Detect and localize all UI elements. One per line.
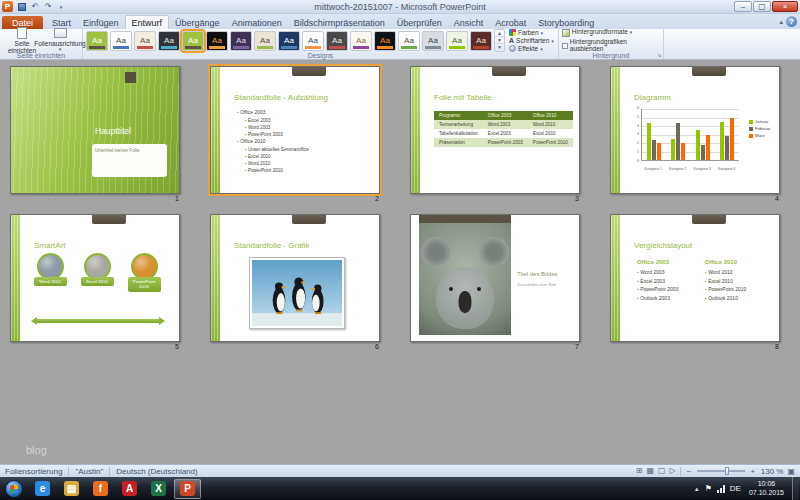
theme-thumbnail[interactable]: Aa <box>422 31 444 51</box>
windows-explorer-icon[interactable]: ▤ <box>58 479 85 499</box>
tab-start[interactable]: Start <box>46 16 77 29</box>
tab-animationen[interactable]: Animationen <box>226 16 288 29</box>
zoom-in-icon[interactable]: + <box>749 467 757 476</box>
gallery-more-icon[interactable]: ▼ <box>495 44 504 51</box>
save-icon[interactable] <box>16 1 28 12</box>
redo-icon[interactable]: ↷ <box>42 1 54 12</box>
chart-bar <box>701 145 705 160</box>
theme-thumbnail[interactable]: Aa <box>374 31 396 51</box>
firefox-icon[interactable]: f <box>87 479 114 499</box>
adobe-reader-icon[interactable]: A <box>116 479 143 499</box>
slide-orientation-button[interactable]: Folienausrichtung ▾ <box>41 28 79 53</box>
tab-storyboarding[interactable]: Storyboarding <box>532 16 600 29</box>
comparison-column-left: Office 2003 Word 2003 Excel 2003 PowerPo… <box>637 259 678 302</box>
gallery-up-icon[interactable]: ▲ <box>495 30 504 37</box>
show-desktop-button[interactable] <box>792 477 799 500</box>
powerpoint-app-icon[interactable]: P <box>2 1 13 12</box>
tab-ueberpruefen[interactable]: Überprüfen <box>391 16 448 29</box>
slide-sorter-workspace: Haupttitel Untertitel meiner Folie 1 Sta… <box>0 60 800 464</box>
chart-bar <box>657 143 661 160</box>
tab-ansicht[interactable]: Ansicht <box>448 16 490 29</box>
theme-thumbnail[interactable]: Aa <box>278 31 300 51</box>
slide-chart: 6543210 Kategorie 1Kategorie 2Kategorie … <box>631 107 741 171</box>
theme-thumbnail[interactable]: Aa <box>86 31 108 51</box>
background-styles-button[interactable]: Hintergrundformate ▾ <box>562 29 660 37</box>
theme-thumbnail[interactable]: Aa <box>206 31 228 51</box>
language-indicator[interactable]: Deutsch (Deutschland) <box>116 467 197 476</box>
network-icon[interactable] <box>717 485 725 493</box>
slide-title: Folie mit Tabelle <box>434 93 492 102</box>
slideshow-view-icon[interactable]: ▷ <box>670 466 676 476</box>
theme-colors-button[interactable]: Farben ▾ <box>508 29 555 36</box>
close-button[interactable]: × <box>772 1 798 12</box>
theme-effects-button[interactable]: Effekte ▾ <box>508 45 555 52</box>
theme-thumbnail[interactable]: Aa <box>110 31 132 51</box>
theme-fonts-button[interactable]: A Schriftarten ▾ <box>508 37 555 44</box>
tab-einfuegen[interactable]: Einfügen <box>77 16 125 29</box>
start-button[interactable] <box>5 480 23 498</box>
gallery-down-icon[interactable]: ▼ <box>495 37 504 44</box>
smartart-arrow <box>31 317 165 325</box>
theme-edge-strip <box>211 215 220 341</box>
chart-bar <box>720 122 724 160</box>
theme-thumbnail[interactable]: Aa <box>134 31 156 51</box>
slide-thumbnail-6[interactable]: Standardfolie - Grafik <box>210 214 380 342</box>
slide-thumbnail-4[interactable]: Diagramm 6543210 Kategorie 1Kategorie 2K… <box>610 66 780 194</box>
undo-icon[interactable]: ↶ <box>29 1 41 12</box>
tab-uebergaenge[interactable]: Übergänge <box>169 16 226 29</box>
theme-thumbnail[interactable]: Aa <box>230 31 252 51</box>
excel-icon[interactable]: X <box>145 479 172 499</box>
fonts-icon: A <box>509 37 514 44</box>
theme-thumbnail[interactable]: Aa <box>446 31 468 51</box>
taskbar-clock[interactable]: 10:06 07.10.2015 <box>746 480 787 497</box>
zoom-slider[interactable] <box>697 470 745 472</box>
theme-thumbnail[interactable]: Aa <box>326 31 348 51</box>
slide-thumbnail-7[interactable]: Titel des Bildes Zusatzinfos zum Bild <box>410 214 580 342</box>
zoom-slider-thumb[interactable] <box>725 467 729 475</box>
hidden-icons-icon[interactable]: ▲ <box>694 486 700 492</box>
slide-title: Diagramm <box>634 93 671 102</box>
window-title: mittwoch-20151007 - Microsoft PowerPoint <box>0 2 800 12</box>
slide-thumbnail-1[interactable]: Haupttitel Untertitel meiner Folie <box>10 66 180 194</box>
accent-square <box>125 72 136 83</box>
theme-thumbnail[interactable]: Aa <box>254 31 276 51</box>
slide-thumbnail-8[interactable]: Vergleichslayout Office 2003 Word 2003 E… <box>610 214 780 342</box>
slide-thumbnail-3[interactable]: Folie mit Tabelle Programm Office 2003 O… <box>410 66 580 194</box>
theme-thumbnail[interactable]: Aa <box>350 31 372 51</box>
zoom-out-icon[interactable]: − <box>685 467 693 476</box>
theme-tab-shape <box>92 215 126 224</box>
theme-thumbnail[interactable]: Aa <box>182 31 204 51</box>
watermark-text: blog <box>26 444 47 456</box>
reading-view-icon[interactable]: ▢ <box>658 466 666 476</box>
dialog-launcher-icon[interactable]: ↘ <box>657 51 662 59</box>
slide-thumbnail-2[interactable]: Standardfolie - Aufzählung Office 2003 E… <box>210 66 380 194</box>
page-setup-icon <box>17 27 27 39</box>
slide-sorter-view-icon[interactable]: ▦ <box>646 466 654 476</box>
normal-view-icon[interactable]: ⊞ <box>636 466 643 476</box>
tab-bildschirmpraesentation[interactable]: Bildschirmpräsentation <box>288 16 391 29</box>
tab-entwurf[interactable]: Entwurf <box>125 15 170 29</box>
action-center-icon[interactable]: ⚑ <box>705 484 712 493</box>
theme-thumbnail[interactable]: Aa <box>398 31 420 51</box>
hide-background-graphics-checkbox[interactable]: Hintergrundgrafiken ausblenden <box>562 39 660 53</box>
minimize-ribbon-icon[interactable]: ▴ <box>779 18 783 26</box>
tab-acrobat[interactable]: Acrobat <box>489 16 532 29</box>
theme-thumbnail[interactable]: Aa <box>470 31 492 51</box>
help-icon[interactable]: ? <box>786 16 797 27</box>
theme-thumbnail[interactable]: Aa <box>302 31 324 51</box>
ribbon-tab-row: Datei Start Einfügen Entwurf Übergänge A… <box>0 14 800 29</box>
language-switcher[interactable]: DE <box>730 484 741 493</box>
powerpoint-icon[interactable]: P <box>174 479 201 499</box>
fit-to-window-icon[interactable]: ▣ <box>787 467 795 476</box>
theme-thumbnail[interactable]: Aa <box>158 31 180 51</box>
slide-chart-legend: JanuarFebruarMärz <box>749 119 770 140</box>
group-page-setup: Seite einrichten Folienausrichtung ▾ Sei… <box>0 29 83 59</box>
slide-thumbnail-5[interactable]: SmartArt Word 2010 Excel 2010 PowerPo <box>10 214 180 342</box>
zoom-level[interactable]: 130 % <box>761 467 784 476</box>
titlebar: P ↶ ↷ ▾ mittwoch-20151007 - Microsoft Po… <box>0 0 800 14</box>
maximize-button[interactable]: ▢ <box>753 1 771 12</box>
ribbon: Seite einrichten Folienausrichtung ▾ Sei… <box>0 29 800 60</box>
qat-dropdown-icon[interactable]: ▾ <box>55 1 67 12</box>
minimize-button[interactable]: – <box>734 1 752 12</box>
internet-explorer-icon[interactable]: e <box>29 479 56 499</box>
